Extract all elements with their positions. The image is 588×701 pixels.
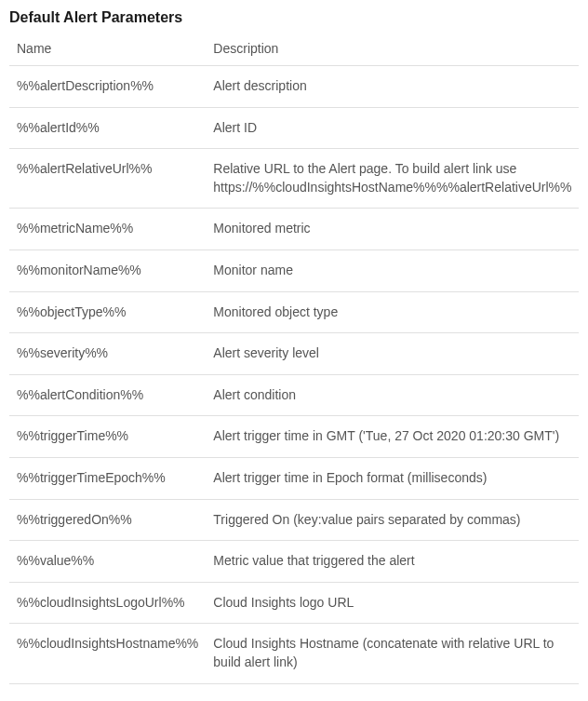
table-row: %%severity%%Alert severity level (9, 333, 579, 375)
table-row: %%alertDescription%%Alert description (9, 66, 579, 108)
table-row: %%triggerTimeEpoch%%Alert trigger time i… (9, 457, 579, 499)
table-row: %%alertCondition%%Alert condition (9, 374, 579, 416)
param-description: Cloud Insights Hostname (concatenate wit… (206, 624, 579, 683)
param-name: %%triggerTimeEpoch%% (9, 457, 206, 499)
param-description: Metric value that triggered the alert (206, 541, 579, 583)
param-name: %%triggeredOn%% (9, 499, 206, 541)
param-description: Cloud Insights logo URL (206, 582, 579, 624)
param-description: Alert severity level (206, 333, 579, 375)
table-row: %%triggerTime%%Alert trigger time in GMT… (9, 416, 579, 458)
table-row: %%alertId%%Alert ID (9, 107, 579, 149)
table-row: %%value%%Metric value that triggered the… (9, 541, 579, 583)
param-name: %%cloudInsightsHostname%% (9, 624, 206, 683)
param-name: %%value%% (9, 541, 206, 583)
default-params-table: Name Description %%alertDescription%%Ale… (9, 32, 579, 684)
table-row: %%metricName%%Monitored metric (9, 209, 579, 250)
param-description: Alert trigger time in GMT ('Tue, 27 Oct … (206, 416, 579, 458)
table-row: %%cloudInsightsHostname%%Cloud Insights … (9, 624, 579, 683)
param-description: Monitor name (206, 249, 579, 291)
param-name: %%objectType%% (9, 291, 206, 333)
param-description: Relative URL to the Alert page. To build… (206, 149, 579, 209)
default-section-title: Default Alert Parameters (9, 9, 579, 26)
default-header-description: Description (206, 32, 579, 66)
param-description: Alert ID (206, 107, 579, 149)
table-row: %%monitorName%%Monitor name (9, 249, 579, 291)
param-name: %%monitorName%% (9, 249, 206, 291)
param-description: Alert trigger time in Epoch format (mill… (206, 457, 579, 499)
param-name: %%severity%% (9, 333, 206, 375)
param-description: Monitored metric (206, 209, 579, 250)
param-description: Alert description (206, 66, 579, 108)
param-name: %%alertRelativeUrl%% (9, 149, 206, 209)
param-name: %%triggerTime%% (9, 416, 206, 458)
table-row: %%alertRelativeUrl%%Relative URL to the … (9, 149, 579, 209)
param-name: %%alertDescription%% (9, 66, 206, 108)
param-name: %%alertId%% (9, 107, 206, 149)
param-description: Alert condition (206, 374, 579, 416)
param-name: %%metricName%% (9, 209, 206, 250)
param-name: %%alertCondition%% (9, 374, 206, 416)
param-description: Monitored object type (206, 291, 579, 333)
param-name: %%cloudInsightsLogoUrl%% (9, 582, 206, 624)
param-description: Triggered On (key:value pairs separated … (206, 499, 579, 541)
default-header-name: Name (9, 32, 206, 66)
table-row: %%triggeredOn%%Triggered On (key:value p… (9, 499, 579, 541)
table-row: %%cloudInsightsLogoUrl%%Cloud Insights l… (9, 582, 579, 624)
table-row: %%objectType%%Monitored object type (9, 291, 579, 333)
